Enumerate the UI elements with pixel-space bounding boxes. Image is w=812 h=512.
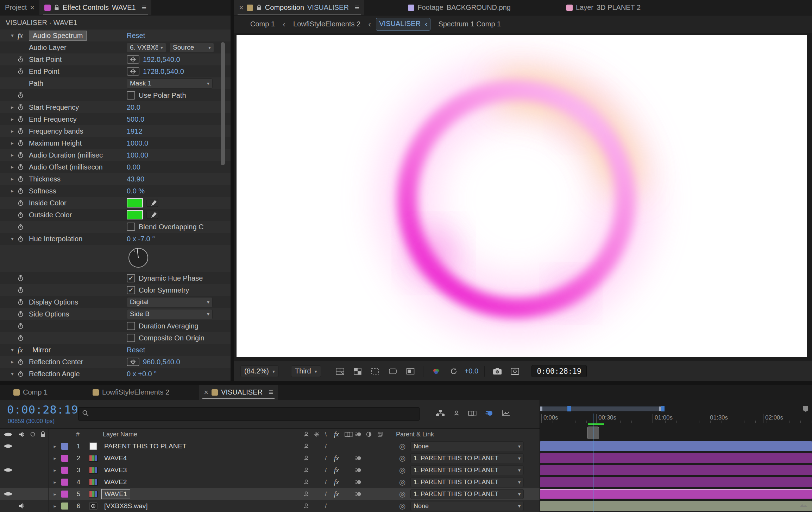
checkbox-use-polar-path[interactable] bbox=[127, 91, 135, 100]
fx-switch[interactable]: fx bbox=[334, 466, 339, 474]
stopwatch-icon[interactable] bbox=[18, 287, 29, 293]
stopwatch-icon[interactable] bbox=[18, 92, 29, 98]
audio-toggle[interactable] bbox=[16, 476, 28, 488]
playhead-handle[interactable] bbox=[587, 427, 599, 439]
tab-project[interactable]: Project × bbox=[0, 0, 39, 15]
comp-marker-icon[interactable] bbox=[567, 406, 571, 411]
stopwatch-icon[interactable] bbox=[18, 188, 29, 194]
quality-icon[interactable]: / bbox=[325, 490, 327, 498]
twirl-down-icon[interactable]: ▾ bbox=[7, 347, 18, 353]
twirl-icon[interactable]: ▾ bbox=[7, 236, 18, 242]
crosshair-icon[interactable] bbox=[127, 67, 139, 76]
property-value[interactable]: 0 x +0.0 ° bbox=[127, 370, 157, 378]
eye-icon[interactable] bbox=[0, 440, 16, 452]
breadcrumb-item-comp-1[interactable]: Comp 1 bbox=[247, 19, 278, 30]
parent-dropdown[interactable]: 1. PARENT THIS TO PLANET▾ bbox=[410, 465, 524, 475]
effect-header-mirror[interactable]: ▾fxMirrorReset bbox=[0, 344, 231, 356]
quality-icon[interactable]: / bbox=[325, 466, 327, 474]
stopwatch-icon[interactable] bbox=[18, 371, 29, 377]
layer-duration-bar-parent-this-to-planet[interactable] bbox=[540, 441, 812, 451]
mask-visibility-icon[interactable] bbox=[386, 365, 399, 377]
twirl-down-icon[interactable]: ▾ bbox=[7, 32, 18, 39]
shy-icon[interactable] bbox=[303, 503, 309, 509]
audio-toggle[interactable] bbox=[16, 452, 28, 464]
layer-row-wave1[interactable]: ▸5WAVE1/fx◎1. PARENT THIS TO PLANET▾ bbox=[0, 488, 540, 500]
stopwatch-icon[interactable] bbox=[18, 299, 29, 305]
layer-duration-bar-wave3[interactable] bbox=[540, 465, 812, 475]
dropdown-audio-layer-source[interactable]: Source▾ bbox=[170, 43, 214, 53]
visibility-toggle[interactable] bbox=[0, 452, 16, 464]
effect-name[interactable]: Audio Spectrum bbox=[29, 31, 87, 41]
property-value[interactable]: 960.0,540.0 bbox=[143, 358, 180, 366]
solo-toggle[interactable] bbox=[28, 476, 37, 488]
pick-whip-icon[interactable]: ◎ bbox=[399, 502, 405, 510]
channels-icon[interactable] bbox=[429, 365, 443, 377]
eye-icon[interactable] bbox=[0, 464, 16, 476]
layer-color-chip[interactable] bbox=[61, 467, 68, 474]
layer-row-vxbx8s-wav[interactable]: ▸6[VXBX8S.wav]/◎None▾ bbox=[0, 500, 540, 512]
solo-toggle[interactable] bbox=[28, 440, 37, 452]
work-area-bar[interactable] bbox=[540, 406, 662, 411]
shy-icon[interactable] bbox=[303, 491, 309, 497]
layer-name[interactable]: PARENT THIS TO PLANET bbox=[101, 442, 189, 451]
stopwatch-icon[interactable] bbox=[18, 68, 29, 75]
audio-toggle[interactable] bbox=[16, 464, 28, 476]
resolution-select[interactable]: Third▾ bbox=[291, 365, 321, 377]
quality-icon[interactable]: / bbox=[325, 454, 327, 462]
twirl-icon[interactable]: ▾ bbox=[7, 371, 18, 377]
pick-whip-icon[interactable]: ◎ bbox=[399, 466, 405, 474]
eyedropper-icon[interactable] bbox=[146, 199, 158, 207]
stopwatch-icon[interactable] bbox=[18, 236, 29, 242]
stopwatch-icon[interactable] bbox=[18, 116, 29, 122]
property-value[interactable]: 43.90 bbox=[127, 175, 144, 183]
region-of-interest-icon[interactable] bbox=[369, 365, 382, 377]
lock-toggle[interactable] bbox=[37, 500, 49, 512]
quality-icon[interactable]: / bbox=[325, 502, 327, 510]
stopwatch-icon[interactable] bbox=[18, 275, 29, 281]
lock-toggle[interactable] bbox=[37, 476, 49, 488]
tab-composition[interactable]: × Composition VISUALISER ≡ bbox=[234, 0, 364, 15]
shy-layers-icon[interactable] bbox=[453, 410, 460, 417]
panel-menu-icon[interactable]: ≡ bbox=[355, 3, 359, 12]
grid-guide-options-icon[interactable] bbox=[333, 365, 347, 377]
twirl-icon[interactable]: ▸ bbox=[7, 188, 18, 194]
solo-toggle[interactable] bbox=[28, 488, 37, 500]
property-value[interactable]: 0.00 bbox=[127, 163, 140, 171]
close-icon[interactable]: × bbox=[30, 3, 34, 12]
preview-timecode[interactable]: 0:00:28:19 bbox=[531, 365, 586, 377]
tab-footage[interactable]: Footage BACKGROUND.png bbox=[403, 0, 516, 15]
fx-switch[interactable]: fx bbox=[334, 490, 339, 498]
pick-whip-icon[interactable]: ◎ bbox=[399, 490, 405, 498]
parent-dropdown[interactable]: 1. PARENT THIS TO PLANET▾ bbox=[410, 477, 524, 487]
layer-duration-bar-wave4[interactable] bbox=[540, 453, 812, 463]
dropdown-path[interactable]: Mask 1▾ bbox=[127, 78, 213, 89]
crosshair-icon[interactable] bbox=[127, 55, 139, 64]
solo-toggle[interactable] bbox=[28, 452, 37, 464]
layer-name[interactable]: [VXBX8S.wav] bbox=[101, 501, 151, 511]
property-value[interactable]: 0 x -7.0 ° bbox=[127, 235, 155, 243]
timeline-tab-visualiser[interactable]: ×VISUALISER≡ bbox=[199, 385, 278, 400]
eyedropper-icon[interactable] bbox=[146, 211, 158, 219]
breadcrumb-item-visualiser[interactable]: VISUALISER‹ bbox=[376, 18, 430, 31]
checkbox-blend-overlapping-c[interactable] bbox=[127, 223, 135, 231]
transparency-grid-icon[interactable] bbox=[351, 365, 364, 377]
stopwatch-icon[interactable] bbox=[18, 311, 29, 317]
layer-row-parent-this-to-planet[interactable]: ▸1PARENT THIS TO PLANET/◎None▾ bbox=[0, 440, 540, 452]
comp-mini-flowchart-icon[interactable] bbox=[436, 410, 445, 418]
layer-name[interactable]: WAVE2 bbox=[101, 478, 130, 487]
shy-icon[interactable] bbox=[303, 479, 309, 485]
twirl-icon[interactable]: ▸ bbox=[7, 359, 18, 365]
lock-toggle[interactable] bbox=[37, 464, 49, 476]
lock-toggle[interactable] bbox=[37, 440, 49, 452]
breadcrumb-item-spectrum-1-comp-1[interactable]: Spectrum 1 Comp 1 bbox=[435, 19, 504, 30]
property-value[interactable]: 0.0 % bbox=[127, 187, 145, 195]
stopwatch-icon[interactable] bbox=[18, 335, 29, 341]
tab-layer[interactable]: Layer 3D PLANET 2 bbox=[561, 0, 646, 15]
checkbox-duration-averaging[interactable] bbox=[127, 322, 135, 330]
parent-dropdown[interactable]: 1. PARENT THIS TO PLANET▾ bbox=[410, 489, 524, 499]
property-value[interactable]: 192.0,540.0 bbox=[143, 56, 180, 64]
effect-header-audio-spectrum[interactable]: ▾fxAudio SpectrumReset bbox=[0, 30, 231, 41]
snapshot-icon[interactable] bbox=[491, 365, 504, 377]
stopwatch-icon[interactable] bbox=[18, 323, 29, 329]
close-icon[interactable]: × bbox=[239, 3, 244, 12]
